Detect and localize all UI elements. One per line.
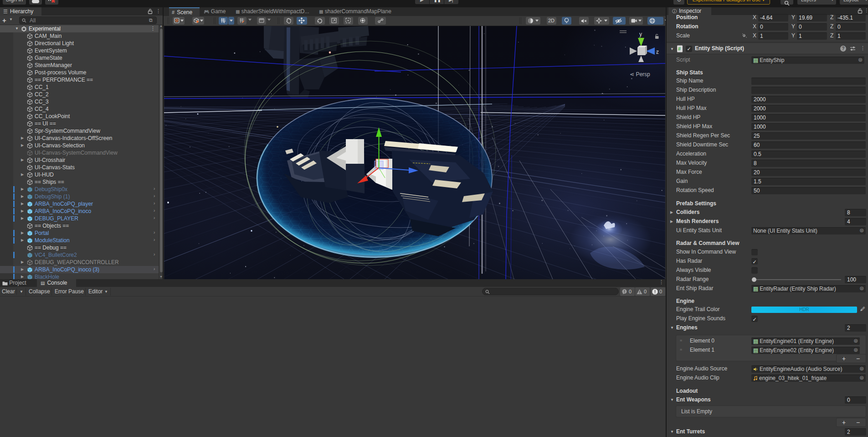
svg-text:y: y [639, 31, 642, 37]
svg-text:Y: Y [223, 21, 226, 23]
svg-text:z: z [656, 49, 659, 55]
svg-text:⋖ Persp: ⋖ Persp [630, 71, 650, 78]
svg-text:#: # [678, 46, 681, 52]
